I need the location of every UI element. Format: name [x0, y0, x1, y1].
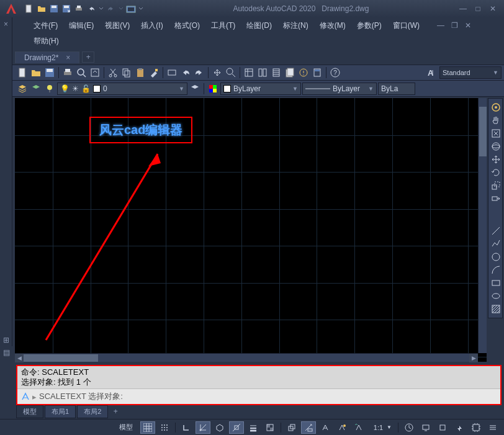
menu-modify[interactable]: 修改(M) — [315, 19, 351, 32]
scroll-left-icon[interactable]: ◀ — [15, 354, 24, 362]
new-tab-button[interactable]: + — [82, 52, 94, 63]
horizontal-scrollbar[interactable]: ◀ ▶ — [15, 353, 478, 362]
nav-wheel-icon[interactable] — [490, 101, 502, 114]
menu-view[interactable]: 视图(V) — [100, 19, 135, 32]
color-dropdown[interactable]: ByLayer ▼ — [220, 83, 301, 95]
block-editor-icon[interactable] — [166, 66, 178, 79]
layer-off-icon[interactable] — [43, 83, 56, 95]
transparency-toggle-icon[interactable] — [263, 421, 277, 434]
workspace-switch-icon[interactable] — [402, 421, 416, 434]
new-icon[interactable] — [24, 3, 35, 14]
workspace-icon[interactable] — [125, 3, 137, 14]
palette-icon[interactable]: ⊞ — [1, 335, 11, 345]
drawing-area[interactable]: 风云cad编辑器 ◀ ▶ — [15, 98, 487, 362]
orbit-icon[interactable] — [490, 140, 502, 153]
save-icon[interactable] — [48, 3, 60, 14]
undo-tb-icon[interactable] — [179, 66, 192, 79]
hardware-accel-icon[interactable] — [452, 421, 467, 434]
undo-icon[interactable] — [86, 3, 97, 14]
toolbar-close-icon[interactable]: × — [0, 17, 12, 31]
pan-tool-icon[interactable] — [490, 114, 502, 127]
layer-match-icon[interactable] — [189, 83, 201, 95]
polyline-tool-icon[interactable] — [490, 238, 502, 250]
lineweight-toggle-icon[interactable] — [246, 421, 261, 434]
line-tool-icon[interactable] — [490, 225, 502, 237]
menu-help[interactable]: 帮助(H) — [29, 35, 64, 48]
layout2-tab[interactable]: 布局2 — [77, 405, 108, 418]
design-center-icon[interactable] — [256, 66, 269, 79]
nav-rotate-icon[interactable] — [490, 166, 502, 179]
zoom-icon[interactable] — [225, 66, 237, 79]
model-space-button[interactable]: 模型 — [114, 421, 138, 434]
plot-icon[interactable] — [61, 66, 74, 79]
maximize-button[interactable]: □ — [473, 4, 483, 14]
markup-icon[interactable] — [297, 66, 310, 79]
customize-icon[interactable] — [485, 421, 500, 434]
layer-states-icon[interactable] — [30, 83, 42, 95]
mdi-close-button[interactable]: ✕ — [463, 20, 473, 30]
menu-tools[interactable]: 工具(T) — [206, 19, 240, 32]
linetype-dropdown[interactable]: ByLayer ▼ — [302, 83, 377, 95]
new-file-icon[interactable] — [16, 66, 29, 79]
redo-icon[interactable] — [106, 3, 117, 14]
preview-icon[interactable] — [75, 66, 88, 79]
redo-dropdown-icon[interactable] — [118, 3, 124, 14]
command-window[interactable]: 命令: SCALETEXT 选择对象: 找到 1 个 ▸ SCALETEXT 选… — [16, 365, 502, 405]
model-tab[interactable]: 模型 — [16, 405, 43, 418]
annotation-visibility-icon[interactable] — [335, 421, 349, 434]
scale-button[interactable]: 1:1▼ — [368, 421, 395, 434]
nav-scale-icon[interactable] — [490, 179, 502, 192]
open-file-icon[interactable] — [30, 66, 42, 79]
add-layout-button[interactable]: + — [109, 407, 122, 416]
menu-dimension[interactable]: 标注(N) — [278, 19, 313, 32]
snap-toggle-icon[interactable] — [157, 421, 172, 434]
lineweight-dropdown[interactable]: ByLa — [378, 83, 415, 95]
layout1-tab[interactable]: 布局1 — [45, 405, 76, 418]
arc-tool-icon[interactable] — [490, 264, 502, 276]
grid-toggle-icon[interactable] — [140, 421, 155, 434]
qat-dropdown-icon[interactable] — [138, 3, 144, 14]
saveas-icon[interactable] — [61, 3, 72, 14]
tab-close-icon[interactable]: × — [66, 53, 70, 62]
scroll-right-icon[interactable]: ▶ — [469, 354, 478, 362]
publish-icon[interactable] — [89, 66, 101, 79]
copy-icon[interactable] — [120, 66, 133, 79]
polar-toggle-icon[interactable] — [196, 421, 210, 434]
text-object[interactable]: 风云cad编辑器 — [89, 117, 192, 143]
menu-parametric[interactable]: 参数(P) — [352, 19, 387, 32]
help-icon[interactable]: ? — [329, 66, 341, 79]
mdi-minimize-button[interactable]: — — [436, 20, 446, 30]
close-button[interactable]: ✕ — [488, 4, 498, 14]
text-style-dropdown[interactable]: Standard▼ — [439, 66, 502, 79]
cut-icon[interactable] — [107, 66, 119, 79]
minimize-button[interactable]: — — [458, 4, 468, 14]
toolbar-handle[interactable]: × — [0, 17, 12, 346]
properties-icon[interactable] — [243, 66, 255, 79]
sheet-set-icon[interactable] — [284, 66, 296, 79]
mdi-restore-button[interactable]: ❐ — [449, 20, 459, 30]
hatch-tool-icon[interactable] — [490, 303, 502, 315]
vertical-scrollbar[interactable] — [478, 98, 487, 353]
annotation-scale-icon[interactable] — [318, 421, 333, 434]
app-logo-icon[interactable] — [2, 0, 20, 17]
color-control-icon[interactable] — [207, 83, 219, 95]
zoom-extents-icon[interactable] — [490, 127, 502, 140]
isodraft-icon[interactable] — [212, 421, 227, 434]
palette2-icon[interactable]: ▤ — [1, 348, 11, 357]
menu-edit[interactable]: 编辑(E) — [64, 19, 99, 32]
selection-cycling-icon[interactable] — [284, 421, 299, 434]
ellipse-tool-icon[interactable] — [490, 290, 502, 302]
circle-tool-icon[interactable] — [490, 251, 502, 263]
redo-tb-icon[interactable] — [193, 66, 205, 79]
clean-screen-icon[interactable] — [469, 421, 484, 434]
layer-props-icon[interactable] — [16, 83, 29, 95]
pan-icon[interactable] — [211, 66, 223, 79]
tool-palettes-icon[interactable] — [270, 66, 282, 79]
annotation-monitor-icon[interactable] — [418, 421, 433, 434]
menu-window[interactable]: 窗口(W) — [388, 19, 425, 32]
save-file-icon[interactable] — [43, 66, 56, 79]
command-input-line[interactable]: ▸ SCALETEXT 选择对象: — [17, 388, 500, 404]
osnap-toggle-icon[interactable] — [229, 421, 244, 434]
paste-icon[interactable] — [134, 66, 146, 79]
layer-dropdown[interactable]: 💡 ☀ 🔓 0 ▼ — [57, 83, 187, 95]
